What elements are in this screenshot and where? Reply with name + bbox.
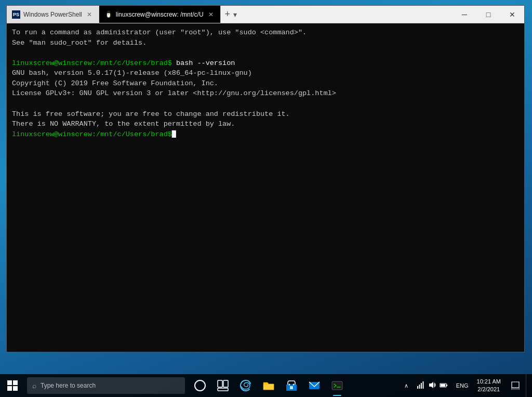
output-line-9: There is NO WARRANTY, to the extent perm… bbox=[12, 119, 519, 129]
svg-point-25 bbox=[293, 384, 295, 386]
terminal-window: PS Windows PowerShell ✕ bbox=[6, 5, 525, 352]
powershell-icon: PS bbox=[12, 10, 20, 19]
file-explorer-icon[interactable] bbox=[258, 374, 280, 397]
svg-rect-37 bbox=[441, 384, 445, 387]
maximize-button[interactable]: □ bbox=[476, 6, 500, 23]
windows-logo-icon bbox=[7, 380, 18, 391]
notification-center-button[interactable] bbox=[507, 374, 524, 397]
store-icon[interactable] bbox=[281, 374, 302, 397]
svg-rect-17 bbox=[7, 386, 12, 391]
prompt-line-1: linuxscrew@winscrew:/mnt/c/Users/brad$ b… bbox=[12, 58, 519, 69]
chevron-up-icon: ∧ bbox=[404, 382, 408, 389]
terminal-taskbar-icon[interactable] bbox=[326, 374, 348, 397]
prompt-line-2: linuxscrew@winscrew:/mnt/c/Users/brad$█ bbox=[12, 129, 519, 140]
svg-point-14 bbox=[107, 10, 110, 13]
system-tray[interactable] bbox=[413, 374, 452, 397]
svg-rect-28 bbox=[332, 381, 342, 390]
output-line-2: See "man sudo_root" for details. bbox=[12, 38, 519, 48]
new-tab-button[interactable]: + bbox=[225, 9, 231, 20]
task-view-icon[interactable] bbox=[212, 374, 234, 397]
notification-icon bbox=[511, 381, 520, 390]
tab-dropdown-button[interactable]: ▾ bbox=[233, 10, 237, 19]
output-line-blank1 bbox=[12, 48, 519, 58]
svg-rect-30 bbox=[417, 386, 418, 389]
svg-rect-15 bbox=[7, 380, 12, 385]
svg-point-12 bbox=[109, 13, 110, 14]
tray-overflow-button[interactable]: ∧ bbox=[402, 374, 410, 397]
show-desktop-button[interactable] bbox=[526, 374, 530, 397]
svg-point-11 bbox=[108, 13, 108, 14]
tab-powershell-label: Windows PowerShell bbox=[23, 11, 82, 18]
svg-point-19 bbox=[195, 380, 205, 391]
linux-icon bbox=[104, 10, 113, 19]
search-icon: ⌕ bbox=[32, 381, 36, 390]
close-button[interactable]: ✕ bbox=[500, 6, 524, 23]
tab-linux-close[interactable]: ✕ bbox=[207, 11, 215, 18]
cortana-icon[interactable] bbox=[189, 374, 211, 397]
taskbar: ⌕ Type here to search bbox=[0, 374, 532, 397]
tab-actions: + ▾ bbox=[221, 9, 242, 20]
svg-rect-33 bbox=[422, 381, 423, 389]
svg-rect-31 bbox=[419, 385, 420, 389]
output-line-1: To run a command as administrator (user … bbox=[12, 28, 519, 38]
taskbar-icons bbox=[189, 374, 348, 397]
search-bar[interactable]: ⌕ Type here to search bbox=[27, 377, 185, 394]
svg-rect-16 bbox=[13, 380, 18, 385]
system-clock[interactable]: 10:21 AM 2/2/2021 bbox=[473, 374, 505, 397]
window-controls: ─ □ ✕ bbox=[453, 6, 524, 23]
svg-rect-26 bbox=[290, 386, 293, 389]
svg-rect-36 bbox=[446, 385, 447, 386]
network-icon bbox=[417, 381, 425, 391]
minimize-button[interactable]: ─ bbox=[453, 6, 476, 23]
desktop: Recycle Bin PS Windows PowerShell ✕ bbox=[0, 0, 532, 397]
clock-time: 10:21 AM bbox=[477, 378, 501, 386]
volume-icon bbox=[428, 381, 436, 391]
svg-rect-18 bbox=[13, 386, 18, 391]
svg-point-13 bbox=[108, 14, 109, 14]
svg-rect-20 bbox=[218, 380, 222, 387]
tab-powershell-close[interactable]: ✕ bbox=[85, 11, 94, 18]
tab-linux[interactable]: linuxscrew@winscrew: /mnt/c/U ✕ bbox=[99, 6, 221, 23]
edge-browser-icon[interactable] bbox=[235, 374, 257, 397]
search-placeholder-text: Type here to search bbox=[41, 382, 96, 389]
clock-date: 2/2/2021 bbox=[477, 386, 500, 393]
start-button[interactable] bbox=[0, 374, 25, 397]
output-line-8: This is free software; you are free to c… bbox=[12, 109, 519, 120]
tab-powershell[interactable]: PS Windows PowerShell ✕ bbox=[7, 6, 99, 23]
terminal-content[interactable]: To run a command as administrator (user … bbox=[7, 23, 524, 352]
language-indicator[interactable]: ENG bbox=[454, 374, 471, 397]
mail-icon[interactable] bbox=[303, 374, 325, 397]
output-line-5: Copyright (C) 2019 Free Software Foundat… bbox=[12, 78, 519, 89]
svg-point-24 bbox=[289, 384, 290, 386]
output-line-4: GNU bash, version 5.0.17(1)-release (x86… bbox=[12, 68, 519, 78]
tab-linux-label: linuxscrew@winscrew: /mnt/c/U bbox=[116, 11, 204, 18]
svg-rect-21 bbox=[223, 380, 228, 387]
svg-rect-38 bbox=[511, 381, 520, 390]
svg-rect-32 bbox=[421, 383, 422, 389]
output-line-6: License GPLv3+: GNU GPL version 3 or lat… bbox=[12, 88, 519, 99]
output-line-blank2 bbox=[12, 99, 519, 109]
svg-rect-39 bbox=[511, 388, 520, 390]
title-bar: PS Windows PowerShell ✕ bbox=[7, 6, 524, 23]
svg-marker-34 bbox=[429, 382, 433, 388]
battery-icon bbox=[440, 381, 448, 391]
svg-rect-22 bbox=[218, 388, 228, 391]
taskbar-right: ∧ bbox=[402, 374, 532, 397]
